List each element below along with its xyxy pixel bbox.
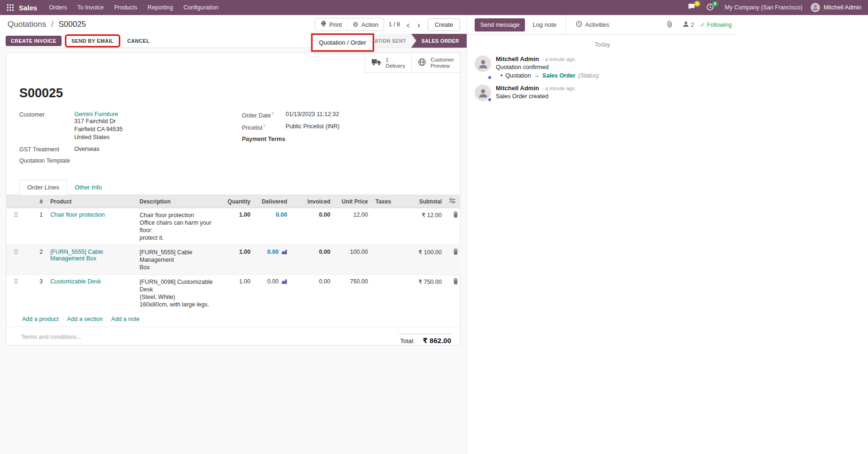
send-message-button[interactable]: Send message xyxy=(475,18,525,31)
customer-preview-smart-button[interactable]: Customer Preview xyxy=(411,53,460,73)
cancel-button[interactable]: CANCEL xyxy=(124,36,154,46)
create-invoice-button[interactable]: CREATE INVOICE xyxy=(6,36,62,46)
menu-products[interactable]: Products xyxy=(109,0,142,15)
gst-treatment-value[interactable]: Overseas xyxy=(74,146,100,153)
line-unit-price[interactable]: 12.00 xyxy=(334,208,372,245)
line-number: 1 xyxy=(25,208,47,245)
status-bar: CREATE INVOICE SEND BY EMAIL CANCEL QUOT… xyxy=(0,34,467,48)
delivery-count: 1 xyxy=(386,57,406,63)
log-note-button[interactable]: Log note xyxy=(527,17,562,32)
line-quantity[interactable]: 1.00 xyxy=(221,208,254,245)
order-line-row-2[interactable]: 2 [FURN_5555] Cable Management Box [FURN… xyxy=(7,245,461,275)
clock-icon xyxy=(576,21,582,29)
optional-columns-button[interactable] xyxy=(446,195,461,208)
apps-grid-icon[interactable] xyxy=(3,0,18,15)
company-switcher[interactable]: My Company (San Francisco) xyxy=(719,4,808,11)
message-author[interactable]: Mitchell Admin xyxy=(496,85,539,92)
forecast-chart-icon[interactable] xyxy=(282,249,287,256)
add-note-link[interactable]: Add a note xyxy=(111,316,140,322)
line-invoiced[interactable]: 0.00 xyxy=(291,275,334,312)
subtotal-column-header[interactable]: Subtotal xyxy=(396,195,446,208)
order-line-row-1[interactable]: 1 Chair floor protection Chair floor pro… xyxy=(7,208,461,245)
tracking-old-value: Quotation xyxy=(505,72,531,79)
customer-link[interactable]: Gemini Furniture xyxy=(74,111,118,117)
tab-other-info[interactable]: Other Info xyxy=(67,180,109,195)
add-product-link[interactable]: Add a product xyxy=(22,316,59,322)
product-column-header[interactable]: Product xyxy=(47,195,136,208)
menu-to-invoice[interactable]: To Invoice xyxy=(72,0,109,15)
drag-handle-icon[interactable] xyxy=(14,212,18,219)
followers-button[interactable]: 2 xyxy=(679,21,698,29)
product-link[interactable]: [FURN_5555] Cable Management Box xyxy=(50,249,103,262)
user-menu[interactable]: Mitchell Admin xyxy=(808,3,864,12)
add-section-link[interactable]: Add a section xyxy=(67,316,103,322)
quantity-column-header[interactable]: Quantity xyxy=(221,195,254,208)
line-quantity[interactable]: 1.00 xyxy=(221,245,254,275)
message-author[interactable]: Mitchell Admin xyxy=(496,55,539,63)
description-column-header[interactable]: Description xyxy=(136,195,221,208)
message-timestamp: - a minute ago xyxy=(542,56,575,62)
invoiced-column-header[interactable]: Invoiced xyxy=(291,195,334,208)
unit-price-column-header[interactable]: Unit Price xyxy=(334,195,372,208)
messages-button[interactable]: 5 xyxy=(683,0,701,15)
chatter-topbar: Send message Log note Activities 2 xyxy=(467,15,737,35)
line-delivered[interactable]: 0.00 xyxy=(254,245,291,275)
order-line-row-3[interactable]: 3 Customizable Desk [FURN_0096] Customiz… xyxy=(7,275,461,312)
product-link[interactable]: Customizable Desk xyxy=(50,278,101,285)
delete-line-button[interactable] xyxy=(453,249,458,256)
line-delivered[interactable]: 0.00 xyxy=(254,208,291,245)
customer-address-line2: Fairfield CA 94535 xyxy=(74,125,123,133)
app-name[interactable]: Sales xyxy=(18,4,44,12)
line-invoiced[interactable]: 0.00 xyxy=(291,208,334,245)
forecast-chart-icon[interactable] xyxy=(282,279,287,285)
activities-menu-button[interactable]: 6 xyxy=(701,0,719,15)
line-invoiced[interactable]: 0.00 xyxy=(291,245,334,275)
delivered-column-header[interactable]: Delivered xyxy=(254,195,291,208)
delivery-smart-button[interactable]: 1 Delivery xyxy=(365,53,412,73)
pager-next-button[interactable]: › xyxy=(414,20,423,29)
drag-handle-icon[interactable] xyxy=(14,250,18,256)
menu-reporting[interactable]: Reporting xyxy=(142,0,178,15)
attachments-button[interactable] xyxy=(662,21,677,29)
total-value: ₹ 862.00 xyxy=(423,337,451,345)
create-button[interactable]: Create xyxy=(428,18,460,31)
taxes-column-header[interactable]: Taxes xyxy=(372,195,396,208)
line-unit-price[interactable]: 750.00 xyxy=(334,275,372,312)
drag-handle-icon[interactable] xyxy=(14,279,18,286)
activities-button[interactable]: Activities xyxy=(570,17,615,32)
menu-orders[interactable]: Orders xyxy=(44,0,72,15)
pager-previous-button[interactable]: ‹ xyxy=(404,20,412,29)
print-button[interactable]: Print Quotation / Order xyxy=(315,18,347,31)
send-by-email-button[interactable]: SEND BY EMAIL xyxy=(66,36,119,46)
line-taxes[interactable] xyxy=(372,275,396,312)
delete-line-button[interactable] xyxy=(453,211,458,219)
stage-sales-order[interactable]: SALES ORDER xyxy=(411,34,467,48)
line-quantity[interactable]: 1.00 xyxy=(221,275,254,312)
tracking-value-line: • Quotation → Sales Order (Status) xyxy=(496,72,599,79)
line-delivered[interactable]: 0.00 xyxy=(254,275,291,312)
action-button[interactable]: ⚙ Action xyxy=(347,18,383,31)
line-description[interactable]: Chair floor protection Office chairs can… xyxy=(136,208,221,245)
line-description[interactable]: [FURN_0096] Customizable Desk (Steel, Wh… xyxy=(136,275,221,312)
table-add-links: Add a product Add a section Add a note xyxy=(7,312,460,327)
navbar-left: Sales Orders To Invoice Products Reporti… xyxy=(3,0,224,15)
line-unit-price[interactable]: 100.00 xyxy=(334,245,372,275)
line-taxes[interactable] xyxy=(372,245,396,275)
breadcrumb-quotations[interactable]: Quotations xyxy=(8,20,46,29)
total-label: Total: xyxy=(400,337,414,344)
order-date-value[interactable]: 01/13/2023 11:12:32 xyxy=(286,111,339,119)
tracking-new-value[interactable]: Sales Order xyxy=(542,72,575,79)
tab-order-lines[interactable]: Order Lines xyxy=(19,180,67,195)
line-description[interactable]: [FURN_5555] Cable Management Box xyxy=(136,245,221,275)
pricelist-value[interactable]: Public Pricelist (INR) xyxy=(286,123,340,131)
message-body: Sales Order created xyxy=(496,93,575,101)
product-link[interactable]: Chair floor protection xyxy=(50,211,105,218)
line-taxes[interactable] xyxy=(372,208,396,245)
print-menu-quotation-order[interactable]: Quotation / Order xyxy=(313,38,372,47)
terms-and-conditions-input[interactable]: Terms and conditions... xyxy=(21,334,82,345)
line-subtotal: ₹ 750.00 xyxy=(396,275,446,312)
delete-line-button[interactable] xyxy=(453,278,458,286)
chatter-panel: Send message Log note Activities 2 xyxy=(467,15,868,454)
menu-configuration[interactable]: Configuration xyxy=(178,0,223,15)
following-button[interactable]: ✓ Following xyxy=(700,21,735,28)
